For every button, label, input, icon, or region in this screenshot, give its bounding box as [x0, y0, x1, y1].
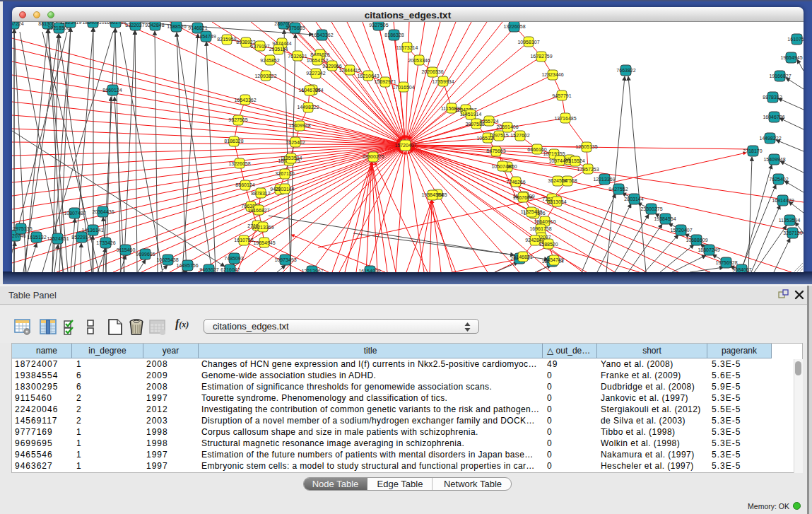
svg-text:16154838: 16154838 — [358, 269, 380, 272]
svg-text:1588520: 1588520 — [167, 24, 186, 29]
svg-text:18807249: 18807249 — [698, 247, 719, 252]
svg-text:14495756: 14495756 — [176, 263, 198, 268]
svg-text:20364436: 20364436 — [92, 209, 114, 214]
svg-text:23300275: 23300275 — [362, 154, 384, 159]
svg-text:7485093: 7485093 — [224, 256, 243, 261]
svg-text:15692971: 15692971 — [374, 79, 396, 84]
svg-text:7663822: 7663822 — [616, 68, 635, 73]
svg-text:15409948: 15409948 — [763, 157, 785, 162]
svg-text:15720407: 15720407 — [394, 143, 416, 148]
svg-text:19166827: 19166827 — [769, 74, 791, 78]
svg-text:11325419: 11325419 — [521, 209, 543, 214]
svg-text:9146821: 9146821 — [513, 255, 532, 259]
svg-text:19654945: 19654945 — [253, 240, 275, 245]
svg-text:9463627: 9463627 — [199, 267, 218, 272]
svg-text:11353594: 11353594 — [281, 156, 302, 160]
svg-text:13524851: 13524851 — [47, 236, 69, 241]
svg-text:12213369: 12213369 — [593, 177, 615, 182]
svg-text:7625402: 7625402 — [769, 177, 788, 182]
svg-text:12444415: 12444415 — [339, 68, 360, 73]
svg-text:10807487: 10807487 — [64, 211, 86, 216]
svg-text:3267130: 3267130 — [275, 171, 294, 176]
svg-text:23300275: 23300275 — [640, 206, 662, 211]
svg-text:20206536: 20206536 — [421, 69, 443, 74]
svg-text:10025438: 10025438 — [156, 257, 178, 262]
svg-text:11451914: 11451914 — [460, 112, 482, 117]
svg-text:16210643: 16210643 — [357, 74, 379, 78]
svg-text:9327505: 9327505 — [228, 117, 247, 122]
svg-text:20691406: 20691406 — [496, 124, 518, 129]
svg-text:9427552: 9427552 — [608, 187, 628, 192]
svg-text:10974401: 10974401 — [548, 158, 570, 163]
svg-text:1610755: 1610755 — [787, 37, 804, 42]
svg-text:11573214: 11573214 — [396, 45, 418, 50]
svg-text:12323446: 12323446 — [541, 72, 563, 77]
svg-text:8215958: 8215958 — [217, 37, 236, 42]
svg-text:1733426: 1733426 — [96, 240, 115, 245]
svg-text:12505135: 12505135 — [575, 144, 597, 149]
svg-text:6216042: 6216042 — [220, 267, 240, 272]
svg-text:17359934: 17359934 — [432, 79, 454, 84]
svg-text:2867608: 2867608 — [513, 195, 532, 200]
svg-text:9327505: 9327505 — [369, 23, 388, 28]
svg-text:9242848: 9242848 — [145, 23, 164, 28]
svg-text:7746266: 7746266 — [506, 180, 525, 185]
svg-text:12975135: 12975135 — [12, 226, 33, 231]
svg-text:2803144: 2803144 — [275, 187, 294, 192]
svg-text:16961758: 16961758 — [529, 226, 551, 231]
svg-text:19384554: 19384554 — [654, 216, 676, 221]
svg-text:13226058: 13226058 — [228, 161, 250, 166]
svg-text:16914479: 16914479 — [772, 198, 794, 203]
svg-text:3267130: 3267130 — [783, 230, 802, 235]
svg-text:8186328: 8186328 — [224, 139, 243, 144]
svg-text:13226058: 13226058 — [503, 24, 525, 29]
svg-text:12213967: 12213967 — [301, 269, 323, 272]
svg-text:20053346: 20053346 — [408, 58, 430, 63]
svg-text:9115460: 9115460 — [117, 247, 136, 252]
svg-text:10654112: 10654112 — [307, 58, 329, 63]
svg-text:19654945: 19654945 — [780, 55, 802, 60]
svg-text:15409948: 15409948 — [288, 123, 310, 128]
svg-text:8878312: 8878312 — [763, 95, 782, 100]
svg-text:16543362: 16543362 — [234, 98, 256, 103]
svg-text:16961758: 16961758 — [104, 22, 126, 25]
svg-text:12213369: 12213369 — [252, 225, 273, 230]
svg-text:8322037: 8322037 — [125, 23, 144, 28]
svg-text:16046786: 16046786 — [298, 88, 320, 93]
svg-text:7357224: 7357224 — [12, 22, 24, 26]
svg-text:13716485: 13716485 — [554, 116, 576, 121]
svg-text:1610755: 1610755 — [234, 238, 253, 243]
svg-text:8454749: 8454749 — [196, 34, 216, 39]
svg-text:12093822: 12093822 — [254, 74, 276, 78]
svg-text:14498222: 14498222 — [297, 105, 319, 110]
svg-text:1527602: 1527602 — [510, 133, 529, 138]
svg-text:9084067: 9084067 — [732, 267, 751, 272]
svg-text:3624554: 3624554 — [548, 178, 567, 183]
svg-text:9227342: 9227342 — [306, 71, 325, 76]
svg-text:9457791: 9457791 — [552, 93, 571, 98]
svg-text:8454749: 8454749 — [544, 257, 563, 262]
svg-text:15720407: 15720407 — [670, 228, 692, 233]
svg-text:18640910: 18640910 — [534, 219, 555, 224]
svg-text:11325419: 11325419 — [60, 22, 82, 25]
svg-text:10688609: 10688609 — [686, 238, 707, 243]
svg-text:6379197: 6379197 — [250, 44, 269, 49]
svg-text:17957253: 17957253 — [577, 167, 599, 172]
svg-text:2718170: 2718170 — [743, 148, 762, 153]
svg-text:10958107: 10958107 — [517, 40, 539, 45]
svg-text:7632621: 7632621 — [288, 54, 307, 59]
svg-text:8186328: 8186328 — [384, 33, 404, 37]
svg-text:8660124: 8660124 — [102, 88, 122, 93]
svg-text:17016504: 17016504 — [392, 85, 414, 90]
svg-text:8475663: 8475663 — [486, 148, 505, 153]
svg-text:1615132: 1615132 — [27, 235, 46, 240]
svg-text:16782759: 16782759 — [530, 54, 552, 59]
svg-text:19756928: 19756928 — [715, 260, 737, 265]
svg-text:18640910: 18640910 — [82, 22, 104, 25]
svg-text:1588520: 1588520 — [539, 242, 558, 247]
svg-text:10973493: 10973493 — [274, 257, 296, 262]
svg-text:1297515: 1297515 — [489, 133, 508, 138]
svg-text:9245852: 9245852 — [260, 58, 279, 63]
svg-text:3875685: 3875685 — [286, 25, 305, 30]
svg-text:11353594: 11353594 — [779, 218, 801, 223]
